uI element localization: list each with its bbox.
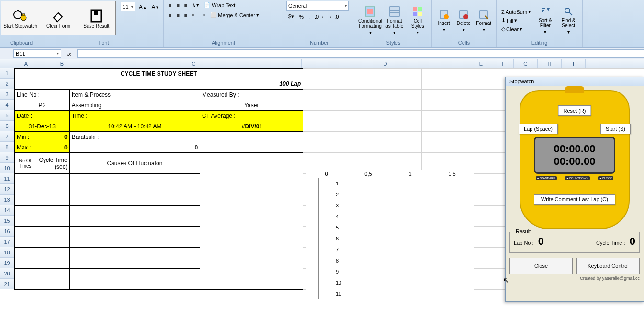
item-process-value[interactable]: Assembling [69,100,200,111]
result-panel: Result Lap No : 0 Cycle Time : 0 [509,232,640,253]
row-header[interactable]: 17 [0,237,14,247]
col-header[interactable]: I [562,59,586,68]
name-box[interactable]: B11 [13,49,61,58]
row-header[interactable]: 5 [0,110,14,121]
currency-icon[interactable]: $▾ [286,12,296,21]
formula-input[interactable] [77,49,644,58]
align-top-icon[interactable]: ≡ [167,1,173,9]
clear-form-button[interactable]: Clear Form [39,1,77,35]
start-stopwatch-button[interactable]: Start Stopwatch [1,1,39,35]
row-header[interactable]: 1 [0,68,14,79]
svg-rect-13 [413,12,417,16]
lap-no-value: 0 [538,235,544,247]
baratsuki-value: 0 [69,142,200,153]
col-header[interactable]: G [514,59,538,68]
ribbon: Start Stopwatch Clear Form Save Result C… [0,0,644,48]
formula-bar: B11 fx [0,48,644,59]
dec-decimal-icon[interactable]: ←.0 [327,12,340,21]
align-bottom-icon[interactable]: ≡ [182,1,189,9]
row-header[interactable]: 6 [0,121,14,131]
row-header[interactable]: 4 [0,100,14,110]
row-header[interactable]: 14 [0,205,14,216]
col-header[interactable]: A [14,59,38,68]
keyboard-control-button[interactable]: Keyboard Control [576,258,640,274]
find-select-button[interactable]: Find & Select▾ [558,5,579,36]
row-header[interactable]: 16 [0,226,14,237]
sheet-title: CYCLE TIME STUDY SHEET [15,69,303,79]
row-header[interactable]: 20 [0,268,14,279]
select-all-corner[interactable] [0,59,14,68]
svg-rect-3 [22,14,25,15]
embedded-chart[interactable]: 00,511,5 1234567891011 [306,170,474,309]
increase-font-icon[interactable]: A▴ [137,2,147,11]
col-header[interactable]: E [469,59,493,68]
align-left-icon[interactable]: ≡ [167,11,173,19]
row-header[interactable]: 19 [0,258,14,268]
svg-rect-7 [367,9,373,14]
cell-styles-button[interactable]: Cell Styles▾ [407,5,429,36]
stopwatch-dialog: Stopwatch Reset (R) Lap (Space) Start (S… [505,77,644,302]
autosum-button[interactable]: Σ AutoSum ▾ [499,8,533,16]
stopwatch-graphic: Reset (R) Lap (Space) Start (S) 00:00.00… [520,90,630,229]
percent-icon[interactable]: % [297,12,305,21]
svg-rect-8 [390,7,399,16]
conditional-formatting-button[interactable]: Conditional Formatting▾ [358,5,382,36]
date-value: 31-Dec-13 [15,121,70,132]
wrap-text-button[interactable]: 📄 Wrap Text [202,1,237,9]
max-value: 0 [35,142,69,153]
indent-dec-icon[interactable]: ⇤ [190,11,198,19]
group-clipboard: Clipboard [2,40,41,46]
fx-icon[interactable]: fx [67,51,71,57]
svg-rect-12 [418,7,422,11]
row-header[interactable]: 15 [0,216,14,226]
font-size-combo[interactable]: 11 [121,2,135,11]
group-editing: Editing [499,40,579,46]
decrease-font-icon[interactable]: A▾ [150,2,160,11]
row-header[interactable]: 18 [0,247,14,258]
measured-by-value[interactable]: Yaser [200,100,303,111]
col-header[interactable]: H [538,59,562,68]
col-header[interactable]: F [493,59,514,68]
col-header[interactable]: D [302,59,469,68]
orientation-icon[interactable]: ⤹▾ [190,1,201,9]
number-format-combo[interactable]: General [286,1,349,11]
write-comment-button[interactable]: Write Comment Last Lap (C) [534,194,615,205]
svg-rect-1 [17,10,19,11]
row-header[interactable]: 2 [0,79,14,89]
row-header[interactable]: 11 [0,173,14,184]
cycle-time-value: 0 [630,235,635,247]
row-header[interactable]: 3 [0,89,14,100]
fill-button[interactable]: ⬇ Fill ▾ [499,16,533,24]
row-header[interactable]: 12 [0,184,14,195]
delete-cells-button[interactable]: Delete▾ [454,5,473,36]
row-header[interactable]: 9 [0,152,14,163]
align-right-icon[interactable]: ≡ [182,11,189,19]
comma-icon[interactable]: , [306,12,312,21]
sort-filter-button[interactable]: Sort & Filter▾ [534,5,556,36]
time-value: 10:42 AM - 10:42 AM [69,121,200,132]
line-no-value[interactable]: P2 [15,100,70,111]
row-header[interactable]: 10 [0,163,14,173]
col-header[interactable]: C [86,59,302,68]
align-center-icon[interactable]: ≡ [174,11,181,19]
row-header[interactable]: 21 [0,279,14,289]
start-button[interactable]: Start (S) [600,124,631,134]
row-header[interactable]: 7 [0,131,14,142]
indent-inc-icon[interactable]: ⇥ [199,11,207,19]
lap-button[interactable]: Lap (Space) [519,124,558,134]
align-middle-icon[interactable]: ≡ [174,1,181,9]
row-header[interactable]: 13 [0,195,14,205]
reset-button[interactable]: Reset (R) [558,105,591,116]
clear-button[interactable]: ◇ Clear ▾ [499,25,533,33]
merge-center-button[interactable]: ⬜ Merge & Center ▾ [208,11,261,19]
credit-text: Created by yaseralie@gmail.cc [509,276,640,281]
close-button[interactable]: Close [509,258,573,274]
group-cells: Cells [435,40,493,46]
col-header[interactable]: B [38,59,86,68]
format-as-table-button[interactable]: Format as Table▾ [384,5,406,36]
save-result-button[interactable]: Save Result [78,1,115,35]
insert-cells-button[interactable]: Insert▾ [435,5,453,36]
inc-decimal-icon[interactable]: .0→ [313,12,326,21]
row-header[interactable]: 8 [0,142,14,152]
format-cells-button[interactable]: Format▾ [474,5,493,36]
